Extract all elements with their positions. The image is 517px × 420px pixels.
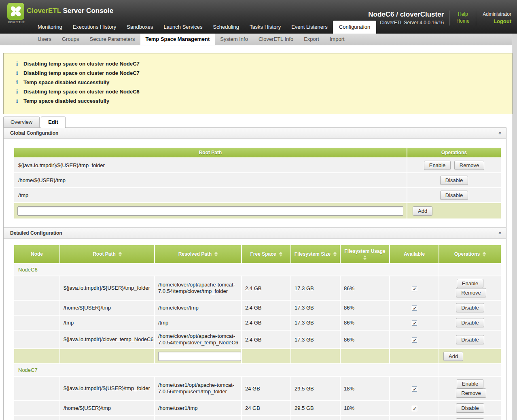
root-path-value: ${java.io.tmpdir}/clover_temp_NodeC6 <box>60 331 154 348</box>
logout-link[interactable]: Logout <box>483 18 511 25</box>
content-area: iDisabling temp space on cluster node No… <box>0 45 517 420</box>
collapse-icon[interactable]: « <box>498 228 501 238</box>
tab-edit[interactable]: Edit <box>41 117 66 128</box>
nav-scheduling[interactable]: Scheduling <box>208 21 244 34</box>
subnav-cloveretl-info[interactable]: CloverETL Info <box>253 34 299 45</box>
disable-button[interactable]: Disable <box>456 418 484 420</box>
node-cell <box>14 276 59 300</box>
disable-button[interactable]: Disable <box>456 303 484 312</box>
subnav-secure-parameters[interactable]: Secure Parameters <box>85 34 140 45</box>
column-filesystem-size[interactable]: Filesystem Size <box>291 245 340 263</box>
nav-executions-history[interactable]: Executions History <box>68 21 122 34</box>
new-root-path-input[interactable] <box>158 352 241 361</box>
table-row: ${java.io.tmpdir}/${USER}/tmp_folder /ho… <box>14 276 501 300</box>
table-row: ${java.io.tmpdir}/${USER}/tmp_folder /ho… <box>14 377 501 400</box>
section-title: Global Configuration <box>10 130 58 136</box>
operations-cell: Enable Remove <box>407 158 501 172</box>
root-path-value: /home/${USER}/tmp <box>60 401 154 415</box>
subnav-import[interactable]: Import <box>324 34 350 45</box>
column-root-path[interactable]: Root Path <box>60 245 154 263</box>
resolved-path-value: /home/user1/opt/apache-tomcat-7.0.56/tem… <box>155 377 241 400</box>
remove-button[interactable]: Remove <box>454 161 484 170</box>
info-icon: i <box>15 96 19 105</box>
column-free-space[interactable]: Free Space <box>242 245 290 263</box>
help-link[interactable]: Help <box>456 11 469 18</box>
home-link[interactable]: Home <box>456 18 469 25</box>
root-path-value: /tmp <box>14 188 407 202</box>
column-available[interactable]: Available <box>390 245 439 263</box>
root-path-value: ${java.io.tmpdir}/${USER}/tmp_folder <box>60 377 154 400</box>
available-checkbox[interactable] <box>412 386 417 392</box>
operations-cell: Disable <box>439 331 501 348</box>
sort-icon[interactable] <box>214 252 218 257</box>
enable-button[interactable]: Enable <box>457 379 483 388</box>
subnav-export[interactable]: Export <box>299 34 324 45</box>
global-configuration-section: Global Configuration « Root Path Operati… <box>4 128 506 227</box>
disable-button[interactable]: Disable <box>456 335 484 344</box>
filesystem-usage-value: 86% <box>341 316 389 330</box>
subnav-groups[interactable]: Groups <box>57 34 85 45</box>
view-tabs: Overview Edit <box>3 117 517 127</box>
subnav-system-info[interactable]: System Info <box>215 34 253 45</box>
column-operations[interactable]: Operations <box>439 245 501 263</box>
available-checkbox[interactable] <box>412 320 417 326</box>
nav-tasks-history[interactable]: Tasks History <box>244 21 286 34</box>
username-label: Administrator <box>483 11 511 17</box>
filesystem-size-cell <box>291 349 340 363</box>
table-row: /home/${USER}/tmp /home/clover/tmp 2.4 G… <box>14 301 501 315</box>
disable-button[interactable]: Disable <box>456 318 484 327</box>
notice-text: Disabling temp space on cluster node Nod… <box>23 70 140 76</box>
sort-icon[interactable] <box>119 252 122 257</box>
nav-event-listeners[interactable]: Event Listeners <box>286 21 333 34</box>
free-space-value: 2.4 GB <box>242 316 290 330</box>
root-path-value: ${java.io.tmpdir}/${USER}/tmp_folder <box>14 158 407 172</box>
nav-launch-services[interactable]: Launch Services <box>158 21 208 34</box>
nav-monitoring[interactable]: Monitoring <box>32 21 68 34</box>
free-space-value: 2.4 GB <box>242 331 290 348</box>
global-configuration-body: Root Path Operations ${java.io.tmpdir}/$… <box>4 139 506 227</box>
enable-button[interactable]: Enable <box>424 161 451 170</box>
column-filesystem-usage[interactable]: Filesystem Usage <box>341 245 389 263</box>
sort-icon[interactable] <box>363 255 367 260</box>
available-checkbox[interactable] <box>412 286 417 291</box>
brand-name: CloverETL <box>27 7 61 15</box>
available-checkbox[interactable] <box>412 305 417 311</box>
disable-button[interactable]: Disable <box>456 403 484 413</box>
enable-button[interactable]: Enable <box>457 279 483 288</box>
notification-box: iDisabling temp space on cluster node No… <box>3 53 513 114</box>
subnav-users[interactable]: Users <box>32 34 57 45</box>
sort-icon[interactable] <box>333 252 337 257</box>
new-root-path-input[interactable] <box>17 206 403 216</box>
column-node[interactable]: Node <box>14 245 59 263</box>
cloveretl-logo-icon[interactable] <box>7 3 24 20</box>
column-resolved-path[interactable]: Resolved Path <box>155 245 241 263</box>
sort-icon[interactable] <box>483 252 486 257</box>
add-button[interactable]: Add <box>443 352 463 361</box>
root-path-value: ${java.io.tmpdir}/${USER}/tmp_folder <box>60 276 154 300</box>
sort-icon[interactable] <box>279 252 282 257</box>
disable-button[interactable]: Disable <box>440 191 468 200</box>
operations-cell: Enable Remove <box>439 276 501 300</box>
add-button[interactable]: Add <box>413 206 432 216</box>
filesystem-size-value: 17.3 GB <box>291 331 340 348</box>
tab-overview[interactable]: Overview <box>3 117 40 127</box>
subnav-temp-space-management[interactable]: Temp Space Management <box>140 34 215 45</box>
root-path-value: /home/${USER}/tmp <box>60 301 154 315</box>
info-icon: i <box>15 78 19 87</box>
nav-sandboxes[interactable]: Sandboxes <box>121 21 158 34</box>
available-checkbox[interactable] <box>412 337 417 343</box>
detailed-configuration-header: Detailed Configuration « <box>4 228 506 239</box>
cluster-block: NodeC6 / cloverCluster CloverETL Server … <box>368 11 449 25</box>
collapse-icon[interactable]: « <box>498 128 501 138</box>
cluster-title: NodeC6 / cloverCluster <box>368 11 444 19</box>
table-row: /home/${USER}/tmp /home/user1/tmp 24 GB … <box>14 401 501 415</box>
available-checkbox[interactable] <box>412 406 417 411</box>
disable-button[interactable]: Disable <box>440 176 468 185</box>
notice-text: Disabling temp space on cluster node Nod… <box>23 61 140 67</box>
table-row: ${java.io.tmpdir}/clover_temp_NodeC6 /ho… <box>14 331 501 348</box>
filesystem-usage-value: 18% <box>341 401 389 415</box>
remove-button[interactable]: Remove <box>456 288 486 297</box>
config-subnav: Users Groups Secure Parameters Temp Spac… <box>0 34 517 45</box>
operations-cell: Disable <box>439 401 501 415</box>
remove-button[interactable]: Remove <box>456 388 486 398</box>
